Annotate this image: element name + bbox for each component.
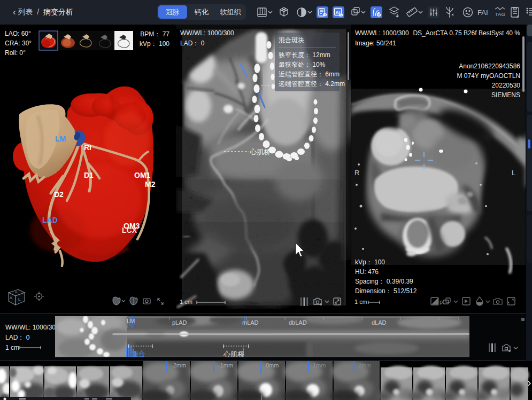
svg-text:L: L — [18, 297, 21, 302]
svg-text:dLAD: dLAD — [372, 319, 387, 326]
svg-text:L: L — [512, 169, 515, 177]
svg-text:心肌桥: 心肌桥 — [223, 350, 244, 357]
svg-text:LM: LM — [127, 318, 135, 324]
svg-text:A: A — [10, 296, 12, 300]
svg-text:-2mm: -2mm — [171, 362, 186, 368]
svg-text:H: H — [15, 291, 17, 294]
svg-text:混合: 混合 — [132, 350, 145, 357]
svg-text:AI: AI — [336, 10, 340, 15]
svg-text:1 cm: 1 cm — [354, 299, 367, 305]
svg-text:1mm: 1mm — [313, 362, 326, 368]
svg-text:R: R — [354, 169, 359, 177]
svg-text:2mm: 2mm — [358, 362, 371, 368]
svg-text:pLAD: pLAD — [172, 319, 187, 326]
svg-text:p: p — [440, 299, 443, 305]
svg-text:TAG: TAG — [495, 11, 505, 17]
svg-text:dbLAD: dbLAD — [289, 319, 307, 326]
svg-text:1 cm: 1 cm — [180, 299, 192, 305]
svg-text:FAI: FAI — [477, 9, 488, 17]
svg-text:mLAD: mLAD — [242, 319, 259, 326]
svg-text:心肌桥: 心肌桥 — [249, 148, 271, 156]
svg-text:0mm: 0mm — [266, 362, 279, 368]
svg-text:-1mm: -1mm — [218, 362, 233, 368]
